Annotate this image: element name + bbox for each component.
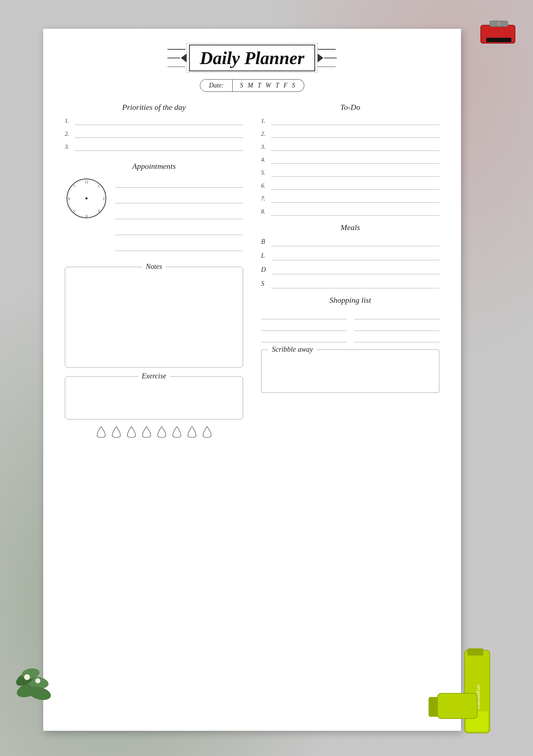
todo-line-5[interactable]	[271, 170, 439, 177]
notes-box[interactable]	[65, 267, 243, 368]
shopping-line-3[interactable]	[261, 322, 347, 331]
list-item: 2.	[65, 131, 243, 138]
svg-point-10	[85, 197, 88, 199]
meals-heading: Meals	[261, 223, 439, 232]
meal-row-lunch: L	[261, 252, 439, 260]
meal-row-dinner: D	[261, 266, 439, 274]
appt-line-5[interactable]	[115, 240, 243, 251]
water-drops	[65, 426, 243, 440]
todo-line-2[interactable]	[271, 131, 439, 138]
list-item: 7.	[261, 195, 439, 203]
svg-text:5: 5	[73, 209, 75, 213]
water-drop-5[interactable]	[156, 426, 167, 440]
meal-line-dinner[interactable]	[272, 268, 439, 274]
exercise-box[interactable]	[65, 376, 243, 419]
todo-line-6[interactable]	[271, 183, 439, 190]
left-column: Priorities of the day 1. 2. 3.	[65, 103, 243, 440]
todo-line-4[interactable]	[271, 157, 439, 164]
water-drop-4[interactable]	[141, 426, 152, 440]
appt-line-2[interactable]	[115, 193, 243, 203]
svg-rect-32	[438, 693, 477, 719]
shopping-line-5[interactable]	[261, 334, 347, 342]
title-dashed-border: Daily Planner	[187, 43, 318, 73]
list-item: 4.	[261, 157, 439, 164]
svg-text:4: 4	[86, 214, 88, 218]
water-drop-7[interactable]	[186, 426, 198, 440]
appointments-heading: Appointments	[65, 162, 243, 171]
list-item: 8.	[261, 208, 439, 216]
todo-list: 1. 2. 3. 4.	[261, 118, 439, 216]
water-drop-1[interactable]	[95, 426, 107, 440]
svg-point-24	[26, 676, 28, 679]
svg-rect-29	[467, 648, 483, 656]
scribble-box-wrapper: Scribble away	[261, 350, 439, 393]
date-label[interactable]: Date:	[200, 79, 233, 92]
title-solid-border: Daily Planner	[189, 45, 315, 71]
notes-heading: Notes	[142, 262, 166, 271]
right-column: To-Do 1. 2. 3. 4.	[261, 103, 439, 440]
meals-section: Meals B L D S	[261, 223, 439, 288]
list-item: 2.	[261, 131, 439, 138]
priorities-list: 1. 2. 3.	[65, 118, 243, 151]
todo-line-1[interactable]	[271, 118, 439, 125]
clock: 12 1 2 3 4 5 6 7	[65, 177, 108, 220]
pencil-sharpener	[479, 18, 519, 47]
svg-text:7: 7	[73, 184, 75, 188]
appointments-content: 12 1 2 3 4 5 6 7	[65, 177, 243, 256]
todo-line-8[interactable]	[271, 209, 439, 216]
notes-section: Notes	[65, 267, 243, 368]
list-item: 6.	[261, 183, 439, 190]
shopping-heading: Shopping list	[261, 296, 439, 305]
water-drop-2[interactable]	[111, 426, 122, 440]
priority-line-3[interactable]	[75, 144, 243, 151]
planner-page: Daily Planner Date: S M T W T F S	[43, 29, 461, 731]
highlighter-group: on:planners	[425, 647, 504, 749]
svg-text:3: 3	[98, 209, 100, 213]
shopping-grid	[261, 311, 439, 342]
appt-line-3[interactable]	[115, 208, 243, 219]
page-title: Daily Planner	[200, 48, 304, 68]
priority-line-1[interactable]	[75, 118, 243, 125]
svg-text:12: 12	[85, 180, 88, 184]
priority-line-2[interactable]	[75, 131, 243, 138]
exercise-section: Exercise	[65, 376, 243, 419]
days-of-week[interactable]: S M T W T F S	[233, 79, 304, 92]
exercise-box-wrapper: Exercise	[65, 376, 243, 419]
meal-line-snack[interactable]	[272, 282, 439, 288]
date-bar: Date: S M T W T F S	[65, 79, 439, 92]
svg-text:6: 6	[68, 197, 70, 201]
appointment-lines	[115, 177, 243, 256]
list-item: 3.	[65, 144, 243, 151]
appt-line-1[interactable]	[115, 177, 243, 188]
scribble-section: Scribble away	[261, 350, 439, 393]
scribble-box[interactable]	[261, 350, 439, 393]
water-drop-3[interactable]	[126, 426, 137, 440]
water-drop-8[interactable]	[201, 426, 213, 440]
shopping-section: Shopping list	[261, 296, 439, 342]
appointments-section: Appointments 12 1 2 3 4 5 6 7	[65, 162, 243, 256]
water-drop-6[interactable]	[171, 426, 183, 440]
title-area: Daily Planner	[65, 43, 439, 73]
shopping-line-2[interactable]	[354, 311, 440, 319]
shopping-line-4[interactable]	[354, 322, 440, 331]
list-item: 1.	[261, 118, 439, 125]
svg-point-26	[37, 680, 39, 682]
priorities-section: Priorities of the day 1. 2. 3.	[65, 103, 243, 151]
exercise-heading: Exercise	[138, 372, 170, 380]
appt-line-4[interactable]	[115, 224, 243, 235]
list-item: 3.	[261, 144, 439, 151]
shopping-line-1[interactable]	[261, 311, 347, 319]
meal-line-lunch[interactable]	[272, 254, 439, 260]
svg-text:2: 2	[103, 197, 105, 201]
scribble-heading: Scribble away	[268, 345, 317, 354]
todo-line-3[interactable]	[271, 144, 439, 151]
meal-line-breakfast[interactable]	[272, 240, 439, 246]
todo-line-7[interactable]	[271, 196, 439, 203]
notes-box-wrapper: Notes	[65, 267, 243, 368]
plant	[11, 647, 61, 720]
list-item: 5.	[261, 170, 439, 177]
ribbon-left	[167, 49, 187, 67]
todo-heading: To-Do	[261, 103, 439, 112]
list-item: 1.	[65, 118, 243, 125]
shopping-line-6[interactable]	[354, 334, 440, 342]
